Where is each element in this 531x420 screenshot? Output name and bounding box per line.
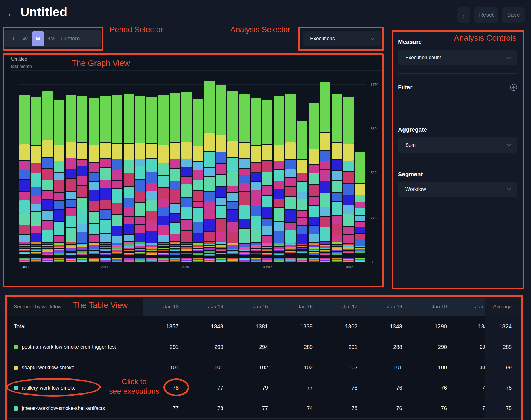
table-cell-value[interactable]: 78	[143, 378, 188, 398]
table-cell-value[interactable]: 77	[233, 398, 278, 418]
aggregate-dropdown[interactable]: Sum	[398, 137, 517, 153]
filter-label: Filter	[398, 84, 412, 90]
y-tick-label: 880	[371, 127, 377, 131]
table-cell-value[interactable]: 1339	[278, 316, 322, 337]
segment-dropdown[interactable]: Workflow	[398, 182, 517, 197]
truncated-cell-text: 134	[456, 323, 485, 330]
table-cell-average: 1324	[485, 316, 522, 337]
table-header-row: Segment by workflowJan 13Jan 14Jan 15Jan…	[6, 298, 522, 316]
table-row-total[interactable]: Total13571348138113391362134312901341324	[6, 316, 522, 337]
table-cell-value[interactable]: 101	[367, 357, 412, 378]
back-button[interactable]: ←	[7, 8, 16, 18]
table-header-jan-18[interactable]: Jan 18	[367, 298, 412, 316]
table-cell-value[interactable]: 78	[322, 378, 367, 398]
workflow-name[interactable]: artillery-workflow-smoke	[22, 385, 76, 391]
period-option-w[interactable]: W	[19, 31, 32, 46]
measure-value: Execution count	[405, 55, 441, 61]
table-cell-value[interactable]: 101	[143, 357, 188, 378]
workflow-name[interactable]: postman-workflow-smoke-cron-trigger-test	[22, 344, 116, 350]
y-axis-labels: 02905908801170	[368, 80, 381, 262]
table-cell-value[interactable]: 79	[233, 378, 278, 398]
annotation-analysis-selector: Analysis Selector	[230, 25, 290, 34]
x-tick-label: 03/02	[263, 265, 272, 269]
plus-circle-icon	[510, 87, 517, 92]
table-cell-value[interactable]: 288	[367, 337, 412, 357]
table-cell-value[interactable]: 76	[367, 378, 412, 398]
series-color-swatch	[14, 366, 18, 370]
table-cell-value[interactable]: 1343	[367, 316, 412, 337]
section-divider	[398, 118, 517, 118]
table-view: Segment by workflowJan 13Jan 14Jan 15Jan…	[6, 297, 522, 420]
y-tick-label: 1170	[371, 82, 378, 87]
table-cell-value[interactable]: 102	[322, 357, 367, 378]
period-selector[interactable]: DWM3MCustom	[4, 30, 101, 47]
table-row-artillery-workflow-smoke[interactable]: artillery-workflow-smoke7877797778767677…	[6, 378, 522, 398]
table-cell-value[interactable]: 294	[233, 337, 278, 357]
table-cell-value[interactable]: 290	[188, 337, 233, 357]
table-cell-value[interactable]: 1348	[188, 316, 233, 337]
table-cell-value[interactable]: 77	[143, 398, 188, 418]
segment-value: Workflow	[405, 187, 426, 192]
workflow-name[interactable]: jmeter-workflow-smoke-shell-artifacts	[22, 405, 105, 411]
table-header-jan-16[interactable]: Jan 16	[278, 298, 322, 316]
add-filter-button[interactable]	[510, 84, 517, 92]
table-cell-value[interactable]: 289	[278, 337, 322, 357]
truncated-cell-text: 77	[456, 406, 485, 411]
reset-button[interactable]: Reset	[474, 7, 498, 23]
series-color-swatch	[14, 345, 18, 349]
truncated-cell: 101	[456, 357, 485, 378]
page-title: Untitled	[20, 5, 67, 19]
save-button[interactable]: Save	[502, 7, 525, 23]
table-cell-value[interactable]: 1362	[322, 316, 367, 337]
section-divider	[398, 163, 517, 163]
y-tick-label: 590	[371, 170, 377, 175]
chevron-down-icon	[370, 37, 375, 40]
workflow-name[interactable]: soapui-workflow-smoke	[22, 365, 74, 371]
table-cell-value[interactable]: 76	[412, 378, 456, 398]
table-header-jan-14[interactable]: Jan 14	[188, 298, 233, 316]
measure-dropdown[interactable]: Execution count	[398, 50, 517, 65]
table-cell-value[interactable]: 291	[322, 337, 367, 357]
chevron-down-icon	[507, 144, 511, 147]
truncated-cell: 77	[456, 378, 485, 398]
analysis-selector-dropdown[interactable]: Executions	[303, 31, 381, 46]
table-row-postman-workflow-smoke-cron-trigger-test[interactable]: postman-workflow-smoke-cron-trigger-test…	[6, 337, 522, 357]
segment-label: Segment	[398, 171, 423, 178]
table-cell-value[interactable]: 77	[188, 378, 233, 398]
table-cell-value[interactable]: 101	[188, 357, 233, 378]
table-header-jan-15[interactable]: Jan 15	[233, 298, 278, 316]
table-cell-value[interactable]: 76	[367, 398, 412, 418]
table-cell-value[interactable]: 1290	[412, 316, 456, 337]
table-header-average[interactable]: Average	[485, 298, 522, 316]
table-cell-value[interactable]: 1357	[143, 316, 188, 337]
table-cell-value[interactable]: 100	[412, 357, 456, 378]
table-cell-average: 285	[485, 337, 522, 357]
more-options-button[interactable]: ⋮	[457, 7, 470, 23]
table-row-jmeter-workflow-smoke-shell-artifacts[interactable]: jmeter-workflow-smoke-shell-artifacts777…	[6, 398, 522, 418]
kebab-menu-icon: ⋮	[461, 11, 467, 19]
x-tick-label: 13/01	[20, 265, 29, 269]
table-cell-value[interactable]: 74	[278, 398, 322, 418]
chevron-down-icon	[507, 56, 511, 59]
period-option-custom[interactable]: Custom	[58, 31, 83, 46]
truncated-cell-text: 288	[456, 345, 485, 350]
aggregate-label: Aggregate	[398, 126, 427, 133]
table-cell-value[interactable]: 102	[233, 357, 278, 378]
table-cell-average: 75	[485, 398, 522, 418]
table-cell-value[interactable]: 78	[322, 398, 367, 418]
table-cell-value[interactable]: 291	[143, 337, 188, 357]
table-cell-value[interactable]: 102	[278, 357, 322, 378]
period-option-m[interactable]: M	[32, 31, 44, 46]
period-option-3m[interactable]: 3M	[44, 31, 58, 46]
table-cell-value[interactable]: 78	[188, 398, 233, 418]
table-cell-value[interactable]: 1381	[233, 316, 278, 337]
table-header-jan-19[interactable]: Jan 19	[412, 298, 456, 316]
table-row-soapui-workflow-smoke[interactable]: soapui-workflow-smoke1011011021021021011…	[6, 357, 522, 378]
table-cell-value[interactable]: 76	[412, 398, 456, 418]
period-option-d[interactable]: D	[6, 31, 19, 46]
table-header-jan-17[interactable]: Jan 17	[322, 298, 367, 316]
table-header-jan-13[interactable]: Jan 13	[143, 298, 188, 316]
table-row-partial	[6, 418, 522, 420]
table-cell-value[interactable]: 77	[278, 378, 322, 398]
table-cell-value[interactable]: 290	[412, 337, 456, 357]
